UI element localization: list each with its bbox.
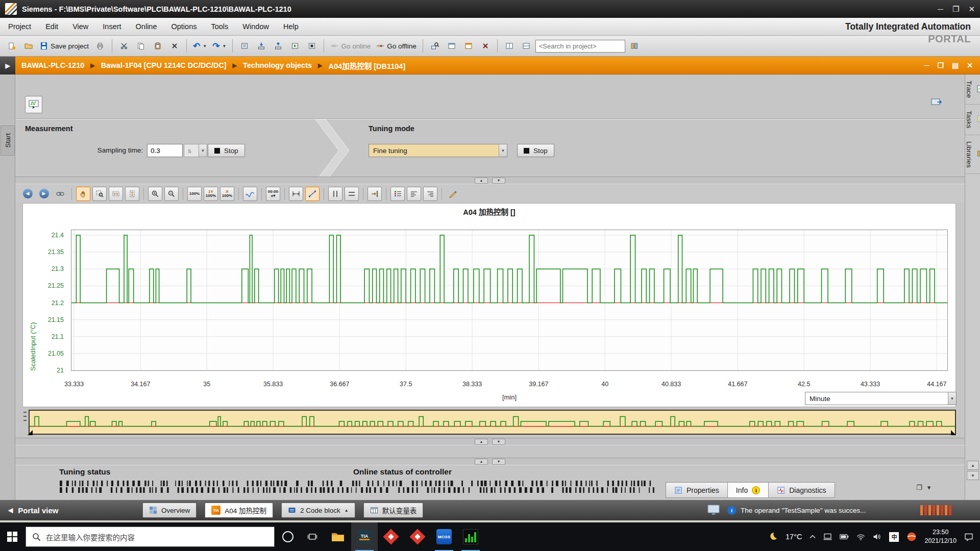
start-button[interactable] — [0, 522, 24, 551]
pan-button[interactable] — [76, 187, 90, 201]
save-project-button[interactable]: Save project — [38, 38, 91, 54]
trace-app-button[interactable] — [457, 522, 484, 551]
breadcrumb-object[interactable]: A04加热控制 [DB1104] — [329, 60, 406, 71]
tab-properties[interactable]: Properties — [666, 482, 728, 498]
weather-icon[interactable] — [768, 532, 778, 542]
sampling-unit-select[interactable]: s ▼ — [184, 144, 207, 157]
collapse-up-button[interactable]: ▲ — [475, 459, 488, 465]
editor-close-button[interactable]: ✕ — [967, 61, 973, 69]
task-code-block[interactable]: 2 Code block ▲ — [281, 503, 355, 518]
start-tab[interactable]: Start — [1, 126, 15, 156]
libraries-side-tab[interactable]: Libraries — [965, 135, 980, 174]
measure-horizontal-button[interactable] — [289, 187, 303, 201]
legend-button[interactable] — [390, 187, 405, 201]
scroll-up-button[interactable]: ▲ — [967, 461, 979, 470]
network-icon[interactable] — [856, 534, 865, 540]
tasks-side-tab[interactable]: Tasks — [965, 105, 980, 135]
pane-collapse-button[interactable]: ▾ — [927, 484, 931, 491]
collapse-up-button[interactable]: ▲ — [475, 178, 488, 184]
overview-right-handle[interactable] — [951, 430, 956, 435]
collapse-up-button[interactable]: ▲ — [475, 439, 488, 445]
close-button[interactable]: ✕ — [968, 5, 975, 14]
zoom-select-button[interactable] — [92, 187, 107, 201]
tab-info[interactable]: Info i — [728, 482, 769, 498]
redo-button[interactable]: ↷▼ — [210, 38, 228, 54]
overview-strip[interactable] — [29, 410, 956, 435]
accessible-devices-button[interactable] — [427, 38, 443, 54]
compile-button[interactable] — [237, 38, 252, 54]
stop-cpu-button[interactable] — [304, 38, 320, 54]
tray-expand-button[interactable] — [810, 535, 816, 539]
time-mode-button[interactable]: 00:00±▾ — [266, 187, 280, 201]
status-message-area[interactable]: i The operand "TestSample" was succes... — [727, 500, 921, 520]
split-editor-vertical-button[interactable] — [502, 38, 517, 54]
library-view-button[interactable] — [627, 38, 642, 54]
menu-item-insert[interactable]: Insert — [103, 22, 121, 31]
menu-item-tools[interactable]: Tools — [211, 22, 228, 31]
nav-expand-button[interactable]: ▶ — [0, 57, 15, 74]
portal-view-button[interactable]: ◀ Portal view — [8, 500, 58, 520]
cortana-button[interactable] — [276, 522, 300, 551]
status-monitor-button[interactable] — [707, 504, 720, 518]
scroll-down-button[interactable]: ▼ — [967, 471, 979, 480]
link-views-button[interactable] — [53, 187, 67, 201]
new-project-button[interactable] — [4, 38, 19, 54]
trace-side-tab[interactable]: Trace — [965, 74, 980, 105]
download-to-device-button[interactable] — [254, 38, 269, 54]
previous-view-button[interactable]: ◀ — [20, 187, 35, 201]
sampling-time-input[interactable] — [147, 144, 183, 157]
paste-button[interactable] — [150, 38, 165, 54]
go-online-button[interactable]: Go online — [328, 38, 373, 54]
fit-y-button[interactable]: 1Y100% — [204, 187, 218, 201]
align-legend-right-button[interactable] — [423, 187, 437, 201]
menu-item-project[interactable]: Project — [8, 22, 31, 31]
measurement-stop-button[interactable]: Stop — [208, 144, 245, 157]
remove-button[interactable] — [478, 38, 493, 54]
task-a04-heating[interactable]: TIA A04 加热控制 — [205, 503, 273, 518]
menu-item-window[interactable]: Window — [242, 22, 269, 31]
snap-to-samples-button[interactable] — [368, 187, 382, 201]
cross-reference-button[interactable] — [461, 38, 476, 54]
go-offline-button[interactable]: Go offline — [374, 38, 419, 54]
upload-from-device-button[interactable] — [271, 38, 286, 54]
fit-x-button[interactable]: X100% — [220, 187, 234, 201]
temperature-label[interactable]: 17°C — [786, 533, 802, 541]
ime-indicator[interactable]: 中 — [889, 532, 899, 542]
print-button[interactable] — [92, 38, 108, 54]
start-cpu-button[interactable] — [287, 38, 303, 54]
breadcrumb-technology-objects[interactable]: Technology objects — [243, 61, 312, 69]
task-tag-table[interactable]: 默认变量表 — [363, 503, 424, 518]
tia-portal-app-button[interactable]: TIA — [351, 522, 378, 551]
undo-button[interactable]: ↶▼ — [191, 38, 209, 54]
collapse-down-button[interactable]: ▼ — [492, 439, 505, 445]
maximize-button[interactable]: ❐ — [952, 5, 959, 14]
breadcrumb-project[interactable]: BAWAL-PLC-1210 — [21, 61, 84, 69]
editor-restore-button[interactable]: ❐ — [937, 61, 944, 69]
zoom-horizontal-button[interactable] — [109, 187, 123, 201]
battery-icon[interactable] — [840, 534, 849, 540]
overview-left-handle[interactable] — [28, 430, 33, 435]
horizontal-cursors-button[interactable] — [345, 187, 359, 201]
mcgs-app-button[interactable]: MCGS — [431, 522, 457, 551]
app-red-2-button[interactable] — [404, 522, 431, 551]
measure-diagonal-button[interactable] — [305, 187, 320, 201]
menu-item-options[interactable]: Options — [172, 22, 197, 31]
overview-plot[interactable] — [30, 411, 955, 434]
breadcrumb-device[interactable]: Bawal-1F04 [CPU 1214C DC/DC/DC] — [101, 61, 227, 69]
menu-item-edit[interactable]: Edit — [45, 22, 58, 31]
signal-style-button[interactable] — [446, 187, 460, 201]
export-measurement-button[interactable] — [931, 98, 942, 109]
trace-plot[interactable] — [71, 230, 947, 370]
align-legend-left-button[interactable] — [407, 187, 421, 201]
volume-icon[interactable] — [873, 533, 881, 540]
task-overview[interactable]: Overview — [142, 503, 197, 518]
editor-maximize-button[interactable]: ▤ — [952, 61, 959, 69]
collapse-down-button[interactable]: ▼ — [492, 178, 505, 184]
os-search-box[interactable]: 在这里输入你要搜索的内容 — [26, 527, 275, 547]
vertical-cursors-button[interactable] — [328, 187, 342, 201]
cut-button[interactable] — [116, 38, 132, 54]
collapse-down-button[interactable]: ▼ — [492, 459, 505, 465]
zoom-in-button[interactable] — [148, 187, 162, 201]
tuning-stop-button[interactable]: Stop — [517, 144, 554, 157]
editor-minimize-button[interactable]: ─ — [924, 61, 929, 69]
